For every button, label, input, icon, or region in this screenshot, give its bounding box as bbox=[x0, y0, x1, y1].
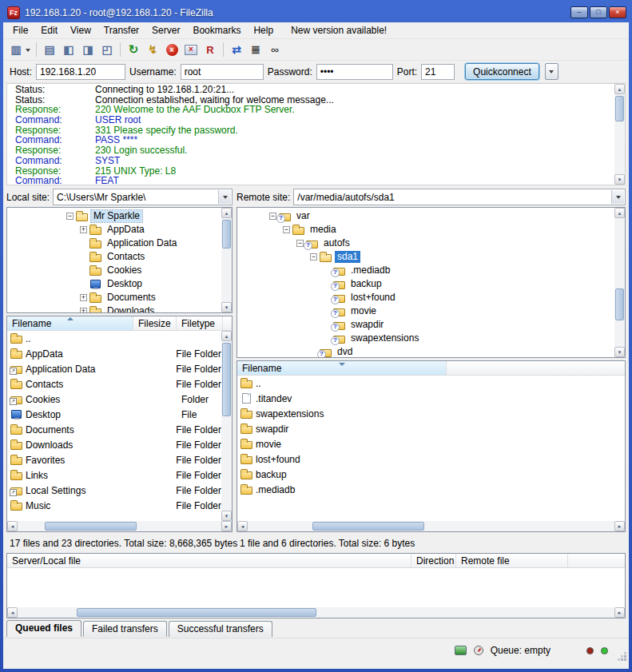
scrollbar-thumb[interactable] bbox=[312, 522, 424, 531]
tree-node[interactable]: Contacts bbox=[7, 250, 221, 264]
tree-expander[interactable]: − bbox=[310, 253, 317, 260]
column-header-filesize[interactable]: Filesize bbox=[133, 316, 177, 330]
dropdown-caret-icon[interactable] bbox=[26, 49, 30, 54]
tree-node[interactable]: Cookies bbox=[7, 264, 221, 277]
file-row[interactable]: Desktop File bbox=[7, 407, 221, 422]
tree-node[interactable]: swapdir bbox=[237, 318, 614, 332]
combo-dropdown-button[interactable] bbox=[611, 190, 624, 204]
file-row[interactable]: .titandev bbox=[237, 391, 625, 406]
file-row[interactable]: .mediadb bbox=[237, 482, 625, 497]
scroll-up-button[interactable] bbox=[614, 208, 625, 218]
menu-item[interactable]: Edit bbox=[34, 23, 64, 38]
tree-node[interactable]: movie bbox=[237, 304, 614, 318]
menu-item[interactable]: Help bbox=[247, 23, 280, 38]
scroll-down-button[interactable] bbox=[221, 511, 232, 521]
local-list-vertical-scrollbar[interactable] bbox=[221, 331, 232, 521]
tab-failed-transfers[interactable]: Failed transfers bbox=[83, 621, 167, 637]
column-header-remote-file[interactable]: Remote file bbox=[456, 554, 568, 567]
scrollbar-thumb[interactable] bbox=[615, 288, 624, 320]
scroll-right-button[interactable] bbox=[614, 607, 625, 618]
file-row[interactable]: Documents File Folder bbox=[7, 422, 221, 437]
tree-node[interactable]: swapextensions bbox=[237, 332, 614, 345]
scroll-right-button[interactable] bbox=[614, 521, 625, 531]
column-header-filename[interactable]: Filename bbox=[237, 361, 447, 375]
file-row[interactable]: swapextensions bbox=[237, 406, 625, 421]
tree-node[interactable]: − autofs bbox=[237, 237, 614, 250]
combo-dropdown-button[interactable] bbox=[218, 190, 231, 204]
file-row[interactable]: Links File Folder bbox=[7, 467, 221, 483]
menu-item[interactable]: Transfer bbox=[97, 23, 145, 38]
tree-node[interactable]: lost+found bbox=[237, 291, 614, 304]
toggle-log-button[interactable]: ▤ bbox=[40, 41, 59, 58]
quickconnect-button[interactable]: Quickconnect bbox=[465, 63, 539, 80]
tree-node[interactable]: − sda1 bbox=[237, 250, 614, 264]
tree-expander[interactable]: − bbox=[283, 226, 290, 233]
sync-browsing-button[interactable]: ⇄ bbox=[227, 41, 246, 58]
file-row[interactable]: Downloads File Folder bbox=[7, 437, 221, 452]
tab-successful-transfers[interactable]: Successful transfers bbox=[169, 621, 272, 637]
host-input[interactable] bbox=[36, 64, 125, 80]
file-row[interactable]: Favorites File Folder bbox=[7, 452, 221, 467]
tree-node[interactable]: + Downloads bbox=[7, 304, 221, 312]
scrollbar-thumb[interactable] bbox=[222, 343, 231, 416]
toggle-queue-button[interactable]: ◰ bbox=[97, 41, 117, 58]
file-row[interactable]: Cookies Folder bbox=[7, 392, 221, 407]
scrollbar-thumb[interactable] bbox=[45, 522, 137, 531]
tree-node[interactable]: + AppData bbox=[7, 223, 221, 237]
tab-queued-files[interactable]: Queued files bbox=[6, 620, 81, 637]
tree-expander[interactable]: + bbox=[80, 294, 87, 301]
file-row[interactable]: Contacts File Folder bbox=[7, 376, 221, 392]
find-button[interactable]: ∞ bbox=[265, 41, 284, 58]
resize-grip[interactable] bbox=[617, 651, 626, 661]
scroll-left-button[interactable] bbox=[237, 521, 248, 531]
cancel-button[interactable]: × bbox=[162, 41, 181, 58]
scroll-left-button[interactable] bbox=[7, 607, 18, 618]
disconnect-button[interactable]: × bbox=[181, 41, 201, 58]
tree-expander[interactable]: − bbox=[269, 213, 276, 220]
scroll-right-button[interactable] bbox=[221, 521, 232, 531]
log-vertical-scrollbar[interactable] bbox=[614, 84, 625, 185]
remote-tree-vertical-scrollbar[interactable] bbox=[614, 208, 625, 357]
scroll-up-button[interactable] bbox=[614, 84, 625, 94]
compare-button[interactable]: ≣ bbox=[246, 41, 265, 58]
menu-item[interactable]: Server bbox=[145, 23, 186, 38]
file-row[interactable]: .. bbox=[237, 376, 625, 391]
tree-node[interactable]: backup bbox=[237, 277, 614, 291]
local-list-horizontal-scrollbar[interactable] bbox=[7, 521, 232, 531]
tree-expander[interactable]: + bbox=[80, 226, 87, 233]
minimize-button[interactable]: – bbox=[570, 6, 588, 18]
close-button[interactable]: × bbox=[609, 6, 626, 18]
file-row[interactable]: AppData File Folder bbox=[7, 346, 221, 361]
username-input[interactable] bbox=[181, 64, 264, 80]
scroll-down-button[interactable] bbox=[221, 302, 232, 312]
file-row[interactable]: .. bbox=[7, 331, 221, 346]
scroll-down-button[interactable] bbox=[614, 174, 625, 185]
file-row[interactable]: swapdir bbox=[237, 421, 625, 436]
file-row[interactable]: Local Settings File Folder bbox=[7, 483, 221, 498]
scrollbar-thumb[interactable] bbox=[222, 220, 231, 249]
process-queue-button[interactable]: ↯ bbox=[143, 41, 162, 58]
scroll-down-button[interactable] bbox=[614, 347, 625, 357]
tree-expander[interactable]: + bbox=[80, 308, 87, 312]
file-row[interactable]: movie bbox=[237, 436, 625, 451]
column-header-filetype[interactable]: Filetype bbox=[177, 316, 223, 330]
menu-new-version[interactable]: New version available! bbox=[284, 23, 393, 38]
reconnect-button[interactable]: R bbox=[201, 41, 220, 58]
tree-node[interactable]: − Mr Sparkle bbox=[7, 209, 221, 223]
queue-horizontal-scrollbar[interactable] bbox=[7, 607, 625, 618]
remote-list-horizontal-scrollbar[interactable] bbox=[237, 521, 625, 531]
menu-item[interactable]: File bbox=[6, 23, 34, 38]
column-header-filename[interactable]: Filename bbox=[7, 316, 133, 330]
password-input[interactable] bbox=[316, 64, 393, 80]
scroll-up-button[interactable] bbox=[221, 208, 232, 218]
site-manager-button[interactable]: ▥ bbox=[7, 41, 33, 58]
tree-node[interactable]: Application Data bbox=[7, 237, 221, 250]
tree-expander[interactable]: − bbox=[296, 240, 304, 247]
tree-node[interactable]: dvd bbox=[237, 345, 614, 357]
local-site-combobox[interactable]: C:\Users\Mr Sparkle\ bbox=[53, 189, 233, 205]
tree-node[interactable]: + Documents bbox=[7, 291, 221, 304]
column-header-server-local-file[interactable]: Server/Local file bbox=[7, 554, 411, 567]
remote-site-combobox[interactable]: /var/media/autofs/sda1 bbox=[293, 189, 626, 205]
menu-item[interactable]: Bookmarks bbox=[186, 23, 247, 38]
file-row[interactable]: Music File Folder bbox=[7, 498, 221, 513]
